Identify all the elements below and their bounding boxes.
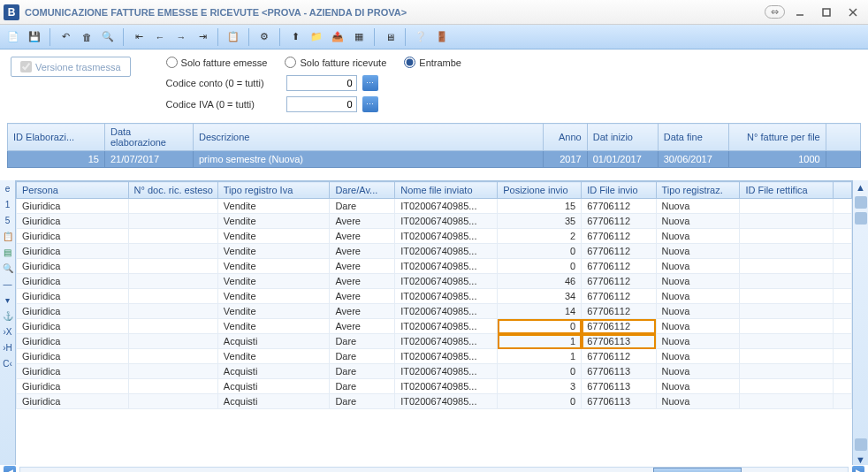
col-tiporegistraz[interactable]: Tipo registraz. xyxy=(656,182,740,199)
scroll-thumb[interactable] xyxy=(653,468,742,472)
nav-last-icon[interactable]: ⇥ xyxy=(193,27,212,47)
rail-divider: — xyxy=(2,278,14,290)
rail-anchor-icon[interactable]: ⚓ xyxy=(2,309,14,322)
radio-ricevute[interactable]: Solo fatture ricevute xyxy=(285,57,386,68)
right-rail-btn-1[interactable] xyxy=(855,196,867,209)
col-descr[interactable]: Descrizione xyxy=(194,124,544,151)
summary-grid: ID Elaborazi... Data elaborazione Descri… xyxy=(7,123,861,168)
table-row[interactable]: GiuridicaVenditeAvereIT02006740985...067… xyxy=(17,259,852,274)
right-rail-btn-3[interactable] xyxy=(855,438,867,451)
data-area: e 1 5 📋 ▤ 🔍 — ▾ ⚓ ›X ›H C‹ Persona N° do… xyxy=(0,180,868,465)
table-row[interactable]: GiuridicaVenditeDareIT02006740985...1567… xyxy=(17,199,852,214)
restore-icon[interactable]: ⇔ xyxy=(765,5,785,19)
table-row[interactable]: GiuridicaVenditeAvereIT02006740985...067… xyxy=(17,244,852,259)
table-row[interactable]: GiuridicaAcquistiDareIT02006740985...167… xyxy=(17,334,852,349)
minimize-button[interactable] xyxy=(788,4,811,21)
col-idfile[interactable]: ID File invio xyxy=(582,182,656,199)
list-icon[interactable]: 📋 xyxy=(224,27,243,47)
rail-zoom-icon[interactable]: 🔍 xyxy=(2,262,14,274)
table-row[interactable]: GiuridicaVenditeAvereIT02006740985...146… xyxy=(17,304,852,319)
table-row[interactable]: GiuridicaVenditeAvereIT02006740985...466… xyxy=(17,274,852,289)
radio-entrambe[interactable]: Entrambe xyxy=(404,57,461,68)
titlebar: B COMUNICAZIONE FATTURE EMESSE E RICEVUT… xyxy=(0,0,868,25)
scroll-right-icon[interactable]: ▶ xyxy=(852,466,864,472)
scroll-down-icon[interactable]: ▼ xyxy=(856,454,865,465)
col-dareav[interactable]: Dare/Av... xyxy=(330,182,395,199)
table-row[interactable]: GiuridicaVenditeAvereIT02006740985...267… xyxy=(17,229,852,244)
rail-5-icon[interactable]: 5 xyxy=(2,214,14,226)
undo-icon[interactable]: ↶ xyxy=(56,27,75,47)
col-tiporeg[interactable]: Tipo registro Iva xyxy=(217,182,330,199)
col-idrett[interactable]: ID File rettifica xyxy=(740,182,833,199)
col-anno[interactable]: Anno xyxy=(543,124,587,151)
table-row[interactable]: GiuridicaVenditeDareIT02006740985...1677… xyxy=(17,349,852,364)
right-rail-btn-2[interactable] xyxy=(855,212,867,225)
filter-panel: Versione trasmessa Solo fatture emesse S… xyxy=(0,49,868,119)
col-persona[interactable]: Persona xyxy=(17,182,129,199)
scroll-track[interactable] xyxy=(19,467,849,472)
rail-clipboard-icon[interactable]: 📋 xyxy=(2,230,14,242)
rail-funnel-icon[interactable]: ▾ xyxy=(2,293,14,306)
radio-emesse[interactable]: Solo fatture emesse xyxy=(166,57,268,68)
table-row[interactable]: GiuridicaAcquistiDareIT02006740985...367… xyxy=(17,379,852,394)
gear-icon[interactable]: ⚙ xyxy=(255,27,274,47)
rail-1-icon[interactable]: 1 xyxy=(2,198,14,210)
scroll-up-icon[interactable]: ▲ xyxy=(856,182,865,193)
toolbar: 📄 💾 ↶ 🗑 🔍 ⇤ ← → ⇥ 📋 ⚙ ⬆ 📁 📤 ▦ 🖥 ❔ 🚪 xyxy=(0,25,868,49)
nav-next-icon[interactable]: → xyxy=(171,27,191,47)
col-posiz[interactable]: Posizione invio xyxy=(498,182,582,199)
summary-header-row: ID Elaborazi... Data elaborazione Descri… xyxy=(8,124,861,151)
col-ndoc[interactable]: N° doc. ric. esteso xyxy=(128,182,217,199)
rail-h-icon[interactable]: ›H xyxy=(2,341,14,354)
delete-icon[interactable]: 🗑 xyxy=(77,27,96,47)
new-icon[interactable]: 📄 xyxy=(4,27,23,47)
codice-iva-label: Codice IVA (0 = tutti) xyxy=(166,99,281,110)
table-row[interactable]: GiuridicaAcquistiDareIT02006740985...067… xyxy=(17,394,852,409)
invoice-filter-radios: Solo fatture emesse Solo fatture ricevut… xyxy=(166,57,461,68)
save-icon[interactable]: 💾 xyxy=(25,27,44,47)
scroll-left-icon[interactable]: ◀ xyxy=(4,466,16,472)
export-icon[interactable]: 📤 xyxy=(328,27,347,47)
codice-iva-input[interactable] xyxy=(286,96,357,112)
svg-rect-1 xyxy=(823,9,830,16)
codice-conto-lookup[interactable]: ⋯ xyxy=(362,75,378,91)
help-icon[interactable]: ❔ xyxy=(411,27,430,47)
codice-conto-label: Codice conto (0 = tutti) xyxy=(166,78,281,88)
col-data-elab[interactable]: Data elaborazione xyxy=(105,124,194,151)
table-row[interactable]: GiuridicaVenditeAvereIT02006740985...356… xyxy=(17,214,852,229)
col-id-elab[interactable]: ID Elaborazi... xyxy=(8,124,105,151)
summary-row[interactable]: 15 21/07/2017 primo semestre (Nuova) 201… xyxy=(8,151,861,168)
folder-icon[interactable]: 📁 xyxy=(307,27,326,47)
rail-table-icon[interactable]: ▤ xyxy=(2,246,14,258)
version-label: Versione trasmessa xyxy=(35,62,121,72)
col-n-fatture[interactable]: N° fatture per file xyxy=(728,124,826,151)
codice-conto-input[interactable] xyxy=(286,75,357,91)
col-blank xyxy=(826,124,860,151)
left-tool-rail: e 1 5 📋 ▤ 🔍 — ▾ ⚓ ›X ›H C‹ xyxy=(0,180,16,465)
nav-prev-icon[interactable]: ← xyxy=(150,27,170,47)
window-title: COMUNICAZIONE FATTURE EMESSE E RICEVUTE … xyxy=(25,7,407,18)
codice-iva-lookup[interactable]: ⋯ xyxy=(362,96,378,112)
up-arrow-icon[interactable]: ⬆ xyxy=(286,27,305,47)
app-icon: B xyxy=(4,4,19,20)
rail-x-icon[interactable]: ›X xyxy=(2,325,14,338)
row-marker-icon[interactable]: e xyxy=(2,182,14,194)
nav-first-icon[interactable]: ⇤ xyxy=(129,27,148,47)
exit-icon[interactable]: 🚪 xyxy=(432,27,452,47)
table-row[interactable]: GiuridicaAcquistiDareIT02006740985...067… xyxy=(17,364,852,379)
horizontal-scrollbar[interactable]: ◀ ▶ xyxy=(0,465,868,472)
table-row[interactable]: GiuridicaVenditeAvereIT02006740985...346… xyxy=(17,289,852,304)
data-grid[interactable]: Persona N° doc. ric. esteso Tipo registr… xyxy=(16,180,852,465)
col-nomefile[interactable]: Nome file inviato xyxy=(395,182,498,199)
col-tail xyxy=(833,182,851,199)
version-checkbox[interactable]: Versione trasmessa xyxy=(11,57,131,77)
grid-icon[interactable]: ▦ xyxy=(349,27,369,47)
binoculars-icon[interactable]: 🔍 xyxy=(98,27,118,47)
table-row[interactable]: GiuridicaVenditeAvereIT02006740985...067… xyxy=(17,319,852,334)
col-dat-inizio[interactable]: Dat inizio xyxy=(587,124,658,151)
monitor-icon[interactable]: 🖥 xyxy=(380,27,400,47)
close-button[interactable] xyxy=(841,4,864,21)
rail-c-icon[interactable]: C‹ xyxy=(2,357,14,369)
col-data-fine[interactable]: Data fine xyxy=(658,124,728,151)
maximize-button[interactable] xyxy=(815,4,838,21)
